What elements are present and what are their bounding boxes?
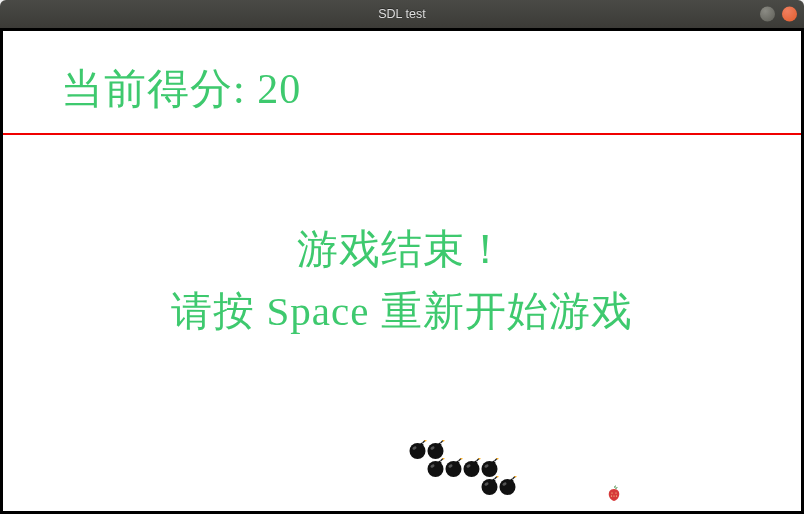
- svg-point-43: [611, 495, 612, 496]
- svg-point-28: [482, 461, 498, 477]
- snake-segment-icon: [498, 476, 518, 496]
- svg-point-38: [500, 479, 516, 495]
- minimize-button[interactable]: [760, 7, 775, 22]
- header-divider: [3, 133, 801, 135]
- window-controls: [760, 7, 797, 22]
- svg-point-40: [611, 492, 612, 493]
- game-over-line1: 游戏结束！: [3, 219, 801, 281]
- svg-point-44: [616, 495, 617, 496]
- snake-segment-icon: [426, 440, 446, 460]
- score-display: 当前得分: 20: [61, 61, 301, 117]
- svg-point-3: [410, 443, 426, 459]
- fruit-icon: [605, 484, 623, 502]
- snake-segment-icon: [480, 458, 500, 478]
- svg-point-13: [428, 461, 444, 477]
- close-button[interactable]: [782, 7, 797, 22]
- snake-segment-icon: [480, 476, 500, 496]
- game-over-line2: 请按 Space 重新开始游戏: [3, 281, 801, 343]
- titlebar: SDL test: [0, 0, 804, 28]
- game-over-message: 游戏结束！ 请按 Space 重新开始游戏: [3, 219, 801, 342]
- svg-point-23: [464, 461, 480, 477]
- svg-point-18: [446, 461, 462, 477]
- snake-segment-icon: [408, 440, 428, 460]
- snake-segment-icon: [444, 458, 464, 478]
- svg-point-33: [482, 479, 498, 495]
- svg-point-42: [613, 495, 614, 496]
- game-canvas[interactable]: 当前得分: 20 游戏结束！ 请按 Space 重新开始游戏: [0, 28, 804, 514]
- snake-segment-icon: [426, 458, 446, 478]
- app-window: SDL test 当前得分: 20 游戏结束！ 请按 Space 重新开始游戏: [0, 0, 804, 514]
- svg-point-41: [615, 492, 616, 493]
- score-value: 20: [257, 66, 301, 112]
- score-label: 当前得分:: [61, 66, 246, 112]
- snake-segment-icon: [462, 458, 482, 478]
- svg-point-8: [428, 443, 444, 459]
- window-title: SDL test: [378, 7, 425, 21]
